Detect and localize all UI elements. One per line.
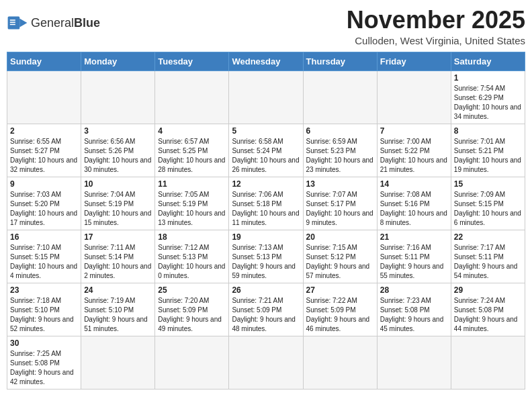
day-info: Sunrise: 7:18 AM Sunset: 5:10 PM Dayligh… [10,296,78,334]
day-info: Sunrise: 6:57 AM Sunset: 5:25 PM Dayligh… [158,137,226,175]
header-sunday: Sunday [7,52,81,71]
calendar-cell-w3-d4: 12Sunrise: 7:06 AM Sunset: 5:18 PM Dayli… [229,177,303,230]
day-info: Sunrise: 7:12 AM Sunset: 5:13 PM Dayligh… [158,243,226,281]
day-number: 25 [158,285,226,295]
calendar-week-3: 9Sunrise: 7:03 AM Sunset: 5:20 PM Daylig… [7,177,525,230]
calendar-title: November 2025 [347,7,525,34]
calendar-cell-w4-d7: 22Sunrise: 7:17 AM Sunset: 5:11 PM Dayli… [451,230,525,283]
calendar-cell-w1-d6 [377,71,451,124]
svg-rect-4 [10,24,15,26]
header-friday: Friday [377,52,451,71]
calendar-cell-w1-d3 [155,71,229,124]
calendar-week-5: 23Sunrise: 7:18 AM Sunset: 5:10 PM Dayli… [7,283,525,336]
day-number: 5 [232,126,300,136]
day-number: 1 [454,73,522,83]
day-info: Sunrise: 7:20 AM Sunset: 5:09 PM Dayligh… [158,296,226,334]
calendar-cell-w3-d2: 10Sunrise: 7:04 AM Sunset: 5:19 PM Dayli… [81,177,155,230]
day-info: Sunrise: 7:11 AM Sunset: 5:14 PM Dayligh… [84,243,152,281]
calendar-cell-w4-d4: 19Sunrise: 7:13 AM Sunset: 5:13 PM Dayli… [229,230,303,283]
calendar-header-row: Sunday Monday Tuesday Wednesday Thursday… [7,52,525,71]
header-monday: Monday [81,52,155,71]
header-wednesday: Wednesday [229,52,303,71]
calendar-cell-w5-d2: 24Sunrise: 7:19 AM Sunset: 5:10 PM Dayli… [81,283,155,336]
calendar-cell-w3-d6: 14Sunrise: 7:08 AM Sunset: 5:16 PM Dayli… [377,177,451,230]
day-number: 2 [10,126,78,136]
calendar-cell-w2-d7: 8Sunrise: 7:01 AM Sunset: 5:21 PM Daylig… [451,124,525,177]
calendar-cell-w5-d4: 26Sunrise: 7:21 AM Sunset: 5:09 PM Dayli… [229,283,303,336]
day-info: Sunrise: 7:19 AM Sunset: 5:10 PM Dayligh… [84,296,152,334]
day-number: 13 [306,179,374,189]
day-number: 16 [10,232,78,242]
day-info: Sunrise: 7:10 AM Sunset: 5:15 PM Dayligh… [10,243,78,281]
day-number: 10 [84,179,152,189]
svg-rect-3 [10,21,15,23]
day-info: Sunrise: 7:22 AM Sunset: 5:09 PM Dayligh… [306,296,374,334]
day-number: 6 [306,126,374,136]
day-info: Sunrise: 7:25 AM Sunset: 5:08 PM Dayligh… [10,349,78,387]
calendar-cell-w4-d6: 21Sunrise: 7:16 AM Sunset: 5:11 PM Dayli… [377,230,451,283]
day-info: Sunrise: 7:16 AM Sunset: 5:11 PM Dayligh… [380,243,448,281]
day-number: 18 [158,232,226,242]
day-info: Sunrise: 7:07 AM Sunset: 5:17 PM Dayligh… [306,190,374,228]
day-number: 19 [232,232,300,242]
header-saturday: Saturday [451,52,525,71]
calendar-subtitle: Culloden, West Virginia, United States [347,35,525,46]
calendar-cell-w5-d5: 27Sunrise: 7:22 AM Sunset: 5:09 PM Dayli… [303,283,377,336]
day-number: 15 [454,179,522,189]
calendar-cell-w3-d7: 15Sunrise: 7:09 AM Sunset: 5:15 PM Dayli… [451,177,525,230]
day-number: 11 [158,179,226,189]
day-info: Sunrise: 7:00 AM Sunset: 5:22 PM Dayligh… [380,137,448,175]
calendar-week-1: 1Sunrise: 7:54 AM Sunset: 6:29 PM Daylig… [7,71,525,124]
day-number: 8 [454,126,522,136]
day-number: 23 [10,285,78,295]
logo: GeneralBlue [7,7,100,34]
day-info: Sunrise: 6:58 AM Sunset: 5:24 PM Dayligh… [232,137,300,175]
calendar-cell-w5-d6: 28Sunrise: 7:23 AM Sunset: 5:08 PM Dayli… [377,283,451,336]
day-number: 14 [380,179,448,189]
calendar-cell-w1-d1 [7,71,81,124]
day-number: 3 [84,126,152,136]
day-number: 30 [10,338,78,348]
day-number: 28 [380,285,448,295]
calendar-cell-w5-d1: 23Sunrise: 7:18 AM Sunset: 5:10 PM Dayli… [7,283,81,336]
day-info: Sunrise: 6:59 AM Sunset: 5:23 PM Dayligh… [306,137,374,175]
day-number: 9 [10,179,78,189]
day-info: Sunrise: 6:55 AM Sunset: 5:27 PM Dayligh… [10,137,78,175]
day-info: Sunrise: 7:06 AM Sunset: 5:18 PM Dayligh… [232,190,300,228]
day-number: 7 [380,126,448,136]
calendar-cell-w5-d3: 25Sunrise: 7:20 AM Sunset: 5:09 PM Dayli… [155,283,229,336]
day-number: 24 [84,285,152,295]
day-info: Sunrise: 7:03 AM Sunset: 5:20 PM Dayligh… [10,190,78,228]
day-number: 4 [158,126,226,136]
calendar-cell-w1-d5 [303,71,377,124]
header: GeneralBlue November 2025 Culloden, West… [7,7,525,46]
calendar-cell-w4-d5: 20Sunrise: 7:15 AM Sunset: 5:12 PM Dayli… [303,230,377,283]
day-info: Sunrise: 7:05 AM Sunset: 5:19 PM Dayligh… [158,190,226,228]
generalblue-logo-icon [7,12,28,34]
calendar-cell-w6-d1: 30Sunrise: 7:25 AM Sunset: 5:08 PM Dayli… [7,336,81,389]
day-number: 26 [232,285,300,295]
day-info: Sunrise: 7:13 AM Sunset: 5:13 PM Dayligh… [232,243,300,281]
calendar-cell-w1-d7: 1Sunrise: 7:54 AM Sunset: 6:29 PM Daylig… [451,71,525,124]
calendar-cell-w1-d2 [81,71,155,124]
day-info: Sunrise: 7:24 AM Sunset: 5:08 PM Dayligh… [454,296,522,334]
svg-marker-1 [19,19,27,28]
day-number: 29 [454,285,522,295]
day-info: Sunrise: 7:15 AM Sunset: 5:12 PM Dayligh… [306,243,374,281]
calendar-cell-w2-d2: 3Sunrise: 6:56 AM Sunset: 5:26 PM Daylig… [81,124,155,177]
day-info: Sunrise: 6:56 AM Sunset: 5:26 PM Dayligh… [84,137,152,175]
calendar-cell-w2-d6: 7Sunrise: 7:00 AM Sunset: 5:22 PM Daylig… [377,124,451,177]
header-thursday: Thursday [303,52,377,71]
calendar-table: Sunday Monday Tuesday Wednesday Thursday… [7,52,525,390]
calendar-cell-w4-d3: 18Sunrise: 7:12 AM Sunset: 5:13 PM Dayli… [155,230,229,283]
day-info: Sunrise: 7:09 AM Sunset: 5:15 PM Dayligh… [454,190,522,228]
calendar-cell-w2-d4: 5Sunrise: 6:58 AM Sunset: 5:24 PM Daylig… [229,124,303,177]
day-info: Sunrise: 7:21 AM Sunset: 5:09 PM Dayligh… [232,296,300,334]
header-tuesday: Tuesday [155,52,229,71]
day-info: Sunrise: 7:23 AM Sunset: 5:08 PM Dayligh… [380,296,448,334]
calendar-cell-w2-d1: 2Sunrise: 6:55 AM Sunset: 5:27 PM Daylig… [7,124,81,177]
day-info: Sunrise: 7:54 AM Sunset: 6:29 PM Dayligh… [454,84,522,122]
calendar-cell-w6-d3 [155,336,229,389]
page-container: GeneralBlue November 2025 Culloden, West… [7,7,525,390]
day-info: Sunrise: 7:01 AM Sunset: 5:21 PM Dayligh… [454,137,522,175]
